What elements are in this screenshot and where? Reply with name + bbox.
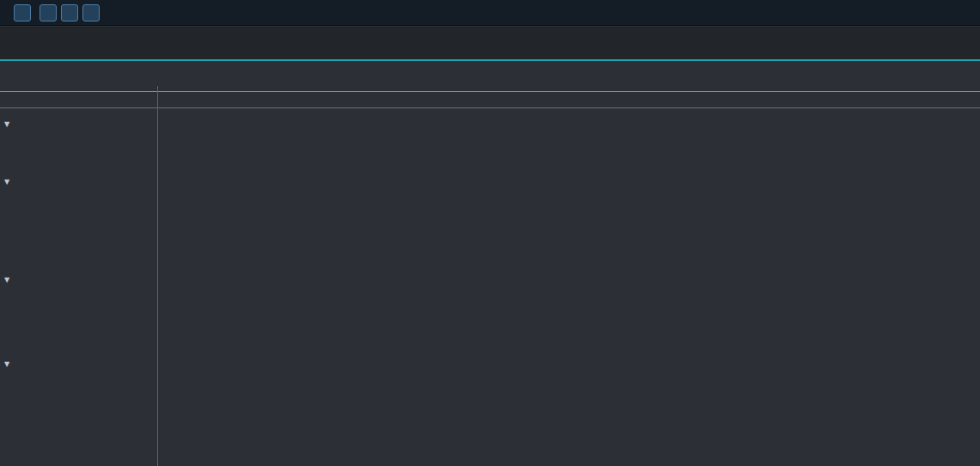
- subframe-line: [0, 107, 980, 108]
- section-header-game[interactable]: ▼: [4, 275, 14, 285]
- subframe-marker-row[interactable]: [0, 101, 980, 115]
- section-header-main-thread[interactable]: ▼: [4, 177, 14, 187]
- time-ruler[interactable]: [0, 61, 980, 83]
- frame-line: [0, 91, 980, 92]
- prev-frame-button[interactable]: [14, 4, 31, 21]
- section-header-memory[interactable]: ▼: [4, 359, 22, 370]
- collapse-triangle-icon[interactable]: ▼: [4, 177, 9, 187]
- section-header-opengl[interactable]: ▼: [4, 120, 14, 130]
- zoom-to-frame-button[interactable]: [61, 4, 78, 21]
- frame-overview-histogram[interactable]: [0, 27, 980, 61]
- time-cursor-line: [157, 86, 158, 466]
- toolbar: [0, 0, 980, 26]
- collapse-triangle-icon[interactable]: ▼: [4, 120, 9, 130]
- next-frame-button[interactable]: [40, 4, 57, 21]
- frame-marker-row[interactable]: [0, 85, 980, 99]
- collapse-triangle-icon[interactable]: ▼: [4, 275, 9, 285]
- center-view-button[interactable]: [82, 4, 100, 21]
- frame-navigation: [14, 4, 100, 21]
- collapse-triangle-icon[interactable]: ▼: [4, 359, 9, 370]
- profiler-window: ▼ ▼ ▼ ▼: [0, 0, 980, 466]
